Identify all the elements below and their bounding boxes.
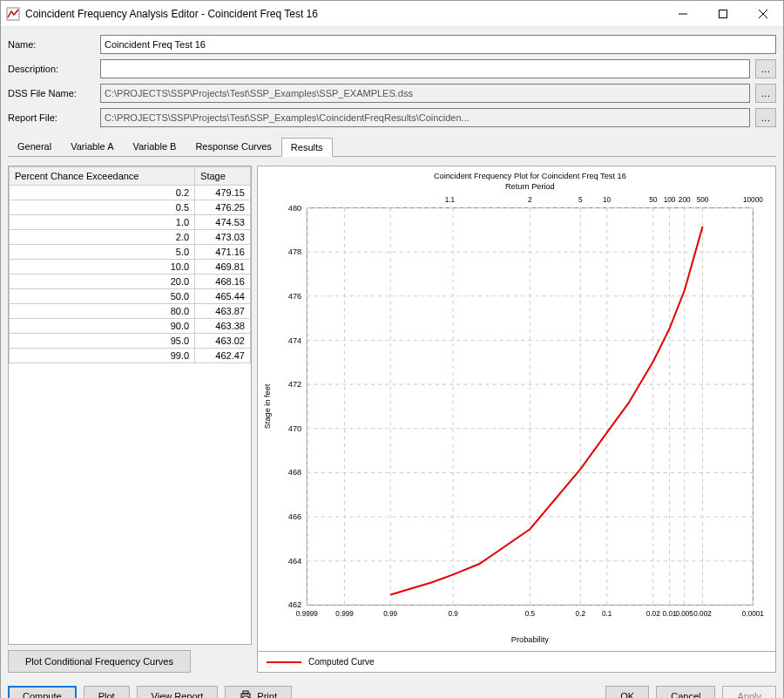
table-row[interactable]: 20.0468.16 (10, 274, 251, 289)
maximize-button[interactable] (703, 1, 743, 27)
dss-browse-button[interactable]: … (755, 84, 776, 103)
button-bar: Compute Plot View Report Print OK Cancel… (8, 676, 776, 698)
view-report-button[interactable]: View Report (137, 686, 219, 698)
plot-conditional-button[interactable]: Plot Conditional Frequency Curves (8, 650, 191, 673)
name-label: Name: (8, 39, 95, 50)
svg-text:0.0001: 0.0001 (742, 610, 764, 618)
svg-text:Probability: Probability (511, 635, 549, 644)
table-row[interactable]: 5.0471.16 (10, 245, 251, 260)
tab-results[interactable]: Results (281, 138, 333, 157)
svg-text:Coincident Frequency Plot for : Coincident Frequency Plot for Coincident… (434, 172, 626, 180)
svg-text:200: 200 (679, 196, 691, 204)
svg-text:1.1: 1.1 (445, 196, 456, 204)
print-label: Print (257, 691, 277, 698)
svg-text:474: 474 (288, 336, 301, 345)
ellipsis-icon: … (761, 64, 771, 74)
name-input[interactable] (100, 35, 776, 54)
legend-label: Computed Curve (308, 657, 375, 667)
results-panel: Percent Chance Exceedance Stage 0.2479.1… (8, 160, 776, 673)
svg-text:Stage in feet: Stage in feet (263, 383, 272, 429)
ellipsis-icon: … (761, 88, 771, 98)
legend-swatch (267, 661, 301, 663)
table-row[interactable]: 0.2479.15 (10, 186, 251, 200)
table-row[interactable]: 50.0465.44 (10, 289, 251, 304)
svg-text:100: 100 (664, 196, 676, 204)
report-label: Report File: (8, 112, 95, 123)
svg-text:Return Period: Return Period (505, 182, 555, 191)
table-row[interactable]: 1.0474.53 (10, 215, 251, 230)
svg-text:500: 500 (697, 196, 709, 204)
table-row[interactable]: 0.5476.25 (10, 200, 251, 215)
svg-text:466: 466 (288, 512, 301, 521)
svg-text:0.1: 0.1 (602, 610, 612, 618)
table-row[interactable]: 95.0463.02 (10, 334, 251, 349)
svg-rect-62 (243, 691, 248, 694)
svg-text:480: 480 (288, 204, 301, 213)
svg-text:464: 464 (288, 557, 301, 566)
report-browse-button[interactable]: … (755, 108, 776, 127)
svg-text:2: 2 (528, 196, 532, 204)
svg-text:0.9: 0.9 (448, 610, 458, 618)
svg-text:470: 470 (288, 424, 301, 433)
left-pane: Percent Chance Exceedance Stage 0.2479.1… (8, 166, 252, 673)
svg-text:10000: 10000 (743, 196, 763, 204)
svg-text:478: 478 (288, 247, 301, 256)
svg-text:0.005: 0.005 (675, 610, 693, 618)
minimize-button[interactable] (663, 1, 703, 27)
svg-text:0.2: 0.2 (576, 610, 586, 618)
description-input[interactable] (100, 59, 750, 78)
col-percent-chance: Percent Chance Exceedance (10, 167, 195, 186)
svg-rect-2 (720, 10, 727, 17)
tab-response-curves[interactable]: Response Curves (186, 137, 280, 156)
titlebar: Coincident Frequency Analysis Editor - C… (1, 1, 783, 27)
dss-label: DSS File Name: (8, 88, 95, 98)
content-area: Name: Description: … DSS File Name: … Re… (1, 27, 783, 698)
tab-strip: GeneralVariable AVariable BResponse Curv… (8, 137, 776, 157)
description-browse-button[interactable]: … (755, 59, 776, 78)
svg-text:50: 50 (649, 196, 658, 204)
printer-icon (240, 690, 252, 698)
svg-text:472: 472 (288, 380, 301, 389)
col-stage: Stage (195, 167, 251, 186)
chart-area: 4624644664684704724744764784800.99990.99… (257, 166, 776, 652)
svg-text:476: 476 (288, 292, 301, 301)
table-row[interactable]: 10.0469.81 (10, 260, 251, 274)
description-label: Description: (8, 64, 95, 74)
table-row[interactable]: 2.0473.03 (10, 230, 251, 245)
svg-text:468: 468 (288, 468, 301, 477)
frequency-chart: 4624644664684704724744764784800.99990.99… (258, 166, 775, 651)
tab-general[interactable]: General (8, 137, 61, 156)
name-row: Name: (8, 34, 776, 55)
table-row[interactable]: 80.0463.87 (10, 304, 251, 319)
svg-text:0.9999: 0.9999 (296, 610, 318, 618)
compute-button[interactable]: Compute (8, 686, 77, 698)
app-window: Coincident Frequency Analysis Editor - C… (0, 0, 784, 698)
print-button[interactable]: Print (225, 686, 292, 698)
ellipsis-icon: … (761, 112, 771, 123)
svg-text:10: 10 (603, 196, 612, 204)
legend: Computed Curve (257, 652, 776, 673)
ok-button[interactable]: OK (605, 686, 649, 698)
plot-button[interactable]: Plot (84, 686, 130, 698)
table-row[interactable]: 99.0462.47 (10, 349, 251, 363)
svg-text:0.999: 0.999 (335, 610, 354, 618)
results-table-wrap: Percent Chance Exceedance Stage 0.2479.1… (8, 166, 252, 645)
right-pane: 4624644664684704724744764784800.99990.99… (257, 166, 776, 673)
svg-text:0.99: 0.99 (383, 610, 397, 618)
dss-row: DSS File Name: … (8, 83, 776, 104)
svg-text:0.002: 0.002 (693, 610, 712, 618)
tab-variable-b[interactable]: Variable B (123, 137, 186, 156)
table-row[interactable]: 90.0463.38 (10, 319, 251, 334)
svg-text:0.02: 0.02 (646, 610, 660, 618)
svg-text:462: 462 (288, 600, 301, 609)
description-row: Description: … (8, 58, 776, 79)
cancel-button[interactable]: Cancel (656, 686, 715, 698)
window-title: Coincident Frequency Analysis Editor - C… (25, 8, 663, 20)
app-icon (6, 7, 20, 21)
report-row: Report File: … (8, 107, 776, 128)
apply-button: Apply (722, 686, 776, 698)
tab-variable-a[interactable]: Variable A (61, 137, 123, 156)
dss-input (100, 84, 750, 103)
close-button[interactable] (743, 1, 783, 27)
report-input (100, 108, 750, 127)
